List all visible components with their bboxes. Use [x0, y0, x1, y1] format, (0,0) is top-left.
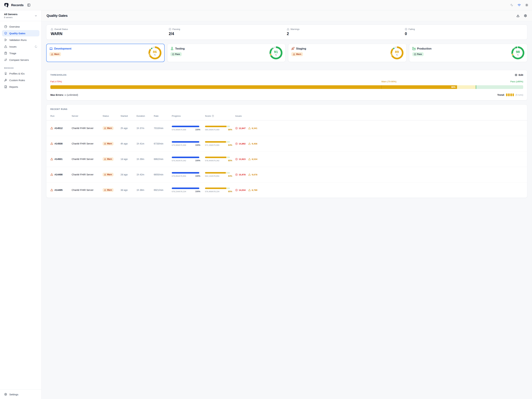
sidebar-toggle-button[interactable]: [27, 4, 30, 7]
duration: 1h 42m: [137, 173, 154, 176]
rate: 6862/min: [154, 158, 172, 160]
warning-icon: [50, 142, 53, 145]
app-title: Records: [11, 3, 24, 7]
started: 2d ago: [120, 173, 137, 176]
alert-triangle-icon: [51, 28, 53, 30]
pie-chart-icon: [4, 25, 7, 28]
warning-icon: [248, 142, 251, 145]
score-cell: 563,143/678,85683%: [205, 172, 235, 177]
status-badge: Warn: [103, 188, 114, 192]
status-badge: Warn: [103, 173, 114, 176]
table-header: Run Server Status Started Duration Rate …: [46, 112, 266, 120]
help-circle-icon: [212, 115, 214, 117]
sidebar-item-custom-rules[interactable]: Custom Rules: [2, 77, 39, 83]
server-name: Charité FHIR Server: [72, 127, 103, 129]
fail-threshold-label: Fail (<70%): [50, 80, 62, 83]
started: 3d ago: [120, 189, 137, 191]
check-circle-icon: [172, 53, 174, 55]
warning-icon: [50, 189, 53, 191]
warning-icon: [104, 189, 106, 191]
run-id: #14508: [55, 142, 63, 145]
env-card-development[interactable]: Development Warn 86%: [46, 44, 165, 62]
warning-icon: [50, 173, 53, 176]
shield-check-icon: [4, 32, 7, 35]
sidebar-item-validation-runs[interactable]: Validation Runs: [2, 37, 39, 43]
warning-icon: [50, 158, 53, 160]
status-badge: Warn: [103, 126, 114, 130]
sidebar-item-compare-servers[interactable]: Compare Servers: [2, 57, 39, 63]
warning-icon: [104, 143, 106, 145]
issues-cell: 13,923 8,534: [235, 158, 266, 160]
duration: 1h 39m: [137, 158, 154, 160]
sidebar-item-label: Reports: [9, 85, 18, 88]
table-row[interactable]: #14498 Charité FHIR Server Warn 2d ago 1…: [46, 167, 266, 182]
progress-cell: 678,234/678,234100%: [172, 188, 205, 193]
score-cell: 578,444/679,34285%: [205, 157, 235, 162]
started: 4h ago: [120, 142, 137, 145]
server-name: Charité FHIR Server: [72, 173, 103, 176]
summary-card: Overall Status WARN Passing 2/4 Warnings…: [46, 25, 266, 40]
warning-icon: [248, 158, 251, 160]
score-donut: 86%: [148, 46, 161, 59]
sidebar-item-label: Compare Servers: [9, 58, 29, 61]
table-row[interactable]: #14512 Charité FHIR Server Warn 2h ago 1…: [46, 120, 266, 136]
table-row[interactable]: #14508 Charité FHIR Server Warn 4h ago 1…: [46, 136, 266, 151]
file-text-icon: [4, 85, 7, 88]
alert-triangle-icon: [4, 45, 7, 48]
max-errors: Max Errors: ∞ (unlimited): [50, 94, 78, 96]
rate: 6921/min: [154, 189, 172, 191]
score-cell: 576,499/678,23485%: [205, 188, 235, 193]
progress-cell: 679,999/679,999100%: [172, 126, 205, 131]
sidebar-item-issues[interactable]: Issues: [2, 43, 39, 50]
check-circle-icon: [169, 28, 171, 30]
sidebar-item-label: Validation Runs: [9, 38, 27, 41]
server-picker[interactable]: All Servers 8 servers: [0, 10, 41, 21]
started: 1d ago: [120, 158, 137, 160]
x-circle-icon: [235, 142, 238, 145]
thresholds-section-label: THRESHOLDS: [50, 74, 66, 76]
status-badge: Warn: [49, 52, 61, 56]
sidebar-item-quality-gates[interactable]: Quality Gates: [2, 30, 39, 36]
env-card-testing[interactable]: Testing Pass 91%: [167, 44, 266, 62]
sidebar-nav: Overview Quality Gates Validation Runs I…: [0, 23, 41, 90]
laptop-icon: [49, 47, 53, 50]
recent-runs-section-label: RECENT RUNS: [46, 108, 266, 110]
sidebar-item-profiles-igs[interactable]: Profiles & IGs: [2, 70, 39, 77]
server-name: Charité FHIR Server: [72, 189, 103, 191]
sidebar-item-triage[interactable]: Triage: [2, 50, 39, 56]
sidebar-item-label: Overview: [9, 25, 20, 28]
table-row[interactable]: #14495 Charité FHIR Server Warn 3d ago 1…: [46, 182, 266, 198]
run-id: #14501: [55, 158, 63, 160]
env-name: Testing: [175, 47, 185, 50]
topbar: Records: [0, 0, 266, 10]
server-picker-title: All Servers: [4, 13, 18, 16]
server-name: Charité FHIR Server: [72, 142, 103, 145]
sidebar-item-label: Custom Rules: [9, 79, 25, 82]
manage-section-label: MANAGE: [0, 67, 41, 69]
sidebar-item-label: Triage: [9, 52, 16, 55]
warning-icon: [50, 127, 53, 129]
x-circle-icon: [235, 127, 238, 129]
recent-runs-card: RECENT RUNS Run Server Status Started Du…: [46, 104, 266, 198]
award-icon: [4, 72, 7, 75]
sidebar-item-label: Issues: [9, 45, 16, 48]
sidebar-item-reports[interactable]: Reports: [2, 84, 39, 90]
summary-passing: Passing 2/4: [169, 28, 266, 36]
warning-icon: [104, 127, 106, 129]
sidebar-item-label: Profiles & IGs: [9, 72, 25, 75]
sidebar: All Servers 8 servers Overview Quality G…: [0, 10, 42, 200]
status-badge: Warn: [103, 142, 114, 146]
loading-spinner-icon: [35, 45, 37, 48]
progress-cell: 678,856/678,856100%: [172, 172, 205, 177]
app-logo: [4, 2, 9, 8]
gavel-icon: [4, 79, 7, 82]
threshold-bar: 86%: [50, 85, 266, 89]
rate: 6655/min: [154, 173, 172, 176]
issues-cell: 12,847 8,341: [235, 127, 266, 129]
sidebar-item-overview[interactable]: Overview: [2, 23, 39, 30]
table-row[interactable]: #14501 Charité FHIR Server Warn 1d ago 1…: [46, 151, 266, 167]
page-title: Quality Gates: [47, 14, 68, 18]
started: 2h ago: [120, 127, 137, 129]
server-picker-subtitle: 8 servers: [4, 16, 18, 19]
x-circle-icon: [235, 173, 238, 176]
